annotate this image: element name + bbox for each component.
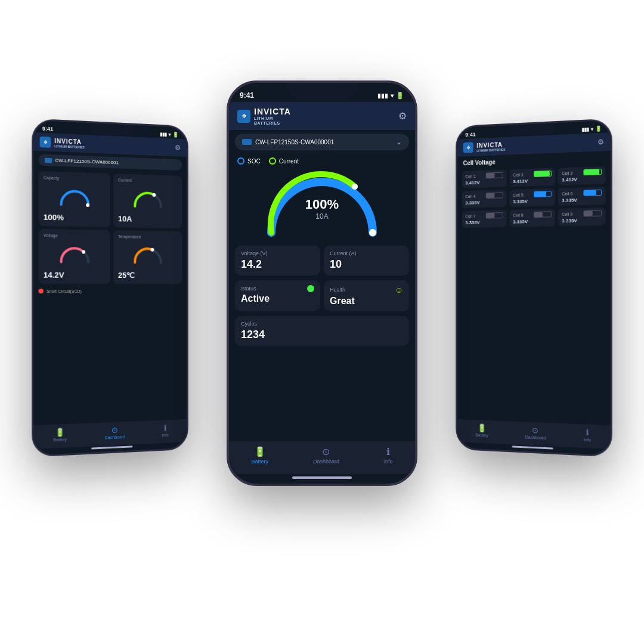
soc-legend-label: SOC <box>247 158 261 165</box>
status-active-indicator <box>307 285 314 292</box>
current-dot <box>269 157 276 165</box>
right-settings-icon[interactable]: ⚙ <box>597 138 604 147</box>
voltage-card-center: Voltage (V) 14.2 <box>235 246 320 275</box>
temp-value: 25℃ <box>118 271 178 280</box>
cell-4: Cell 4 3.335V <box>462 190 507 208</box>
cell-7: Cell 7 3.335V <box>462 210 507 228</box>
cycles-label: Cycles <box>241 321 403 327</box>
chevron-down-icon: ⌄ <box>396 138 402 146</box>
cell-5: Cell 5 3.335V <box>509 188 555 207</box>
health-smiley-icon: ☺ <box>395 285 403 295</box>
svg-point-1 <box>153 193 156 196</box>
voltage-label-center: Voltage (V) <box>241 250 314 256</box>
cell-8: Cell 8 3.335V <box>509 209 555 227</box>
left-nav-dashboard[interactable]: ⊙ Dashboard <box>105 425 125 439</box>
scene: 9:41 ▮▮▮ ▾ 🔋 ❖ INVICTA LITHIUM BATTERIES… <box>0 0 644 644</box>
right-nav-info[interactable]: ℹ info <box>584 428 591 442</box>
center-device-selector[interactable]: CW-LFP12150S-CWA000001 ⌄ <box>235 134 409 150</box>
current-legend-label: Current <box>279 158 299 165</box>
soc-dot <box>237 157 244 165</box>
temp-label: Temperature <box>118 234 178 239</box>
center-nav-info[interactable]: ℹ info <box>384 446 393 465</box>
voltage-value-left: 14.2V <box>44 270 106 280</box>
current-legend: Current <box>269 157 299 165</box>
capacity-value: 100% <box>44 213 106 223</box>
right-time: 9:41 <box>465 131 475 138</box>
cycles-value: 1234 <box>241 329 403 341</box>
left-nav-info[interactable]: ℹ info <box>162 423 169 437</box>
cell-9: Cell 9 3.335V <box>558 208 605 226</box>
voltage-value-center: 14.2 <box>241 258 314 271</box>
cell-6: Cell 6 3.335V <box>558 187 605 206</box>
status-label: Status <box>241 286 256 292</box>
main-gauge: 100% 10A <box>237 168 407 240</box>
alert-dot <box>39 289 44 293</box>
voltage-card-left: Voltage 14.2V <box>39 229 110 284</box>
svg-point-2 <box>82 250 85 253</box>
current-label-center: Current (A) <box>330 250 403 256</box>
right-nav-battery[interactable]: 🔋 Battery <box>475 423 488 438</box>
center-nav-dashboard[interactable]: ⊙ Dashboard <box>313 446 339 465</box>
center-time: 9:41 <box>240 91 254 100</box>
current-value-left: 10A <box>118 214 178 224</box>
right-phone: 9:41 ▮▮▮ ▾ 🔋 ❖ INVICTA LITHIUM BATTERIES… <box>456 118 612 457</box>
current-value-center: 10 <box>330 258 403 271</box>
left-device-selector[interactable]: CW-LFP12150S-CWA000001 <box>39 154 182 171</box>
capacity-card: Capacty 100% <box>39 171 110 227</box>
cell-2: Cell 2 3.412V <box>509 168 555 187</box>
health-value: Great <box>330 296 403 306</box>
current-card-center: Current (A) 10 <box>324 246 409 275</box>
health-label: Health <box>330 287 345 293</box>
center-device-id: CW-LFP12150S-CWA000001 <box>255 139 334 145</box>
center-phone: 9:41 ▮▮▮ ▾ 🔋 ❖ INVICTA LITHIUMBATTERIES … <box>227 80 417 486</box>
status-value: Active <box>241 293 314 304</box>
gauge-percent: 100% <box>305 197 339 212</box>
left-settings-icon[interactable]: ⚙ <box>175 144 181 152</box>
left-nav-battery[interactable]: 🔋 Battery <box>53 428 67 442</box>
gauge-amps: 10A <box>305 212 339 221</box>
cell-3: Cell 3 3.412V <box>558 166 605 185</box>
soc-legend: SOC <box>237 157 261 165</box>
svg-point-4 <box>369 229 376 236</box>
center-logo-sub: LITHIUMBATTERIES <box>254 116 291 125</box>
health-card: Health ☺ Great <box>324 280 409 311</box>
center-logo-name: INVICTA <box>254 107 291 116</box>
cell-1: Cell 1 3.412V <box>462 170 507 188</box>
left-phone: 9:41 ▮▮▮ ▾ 🔋 ❖ INVICTA LITHIUM BATTERIES… <box>32 118 188 457</box>
cycles-card: Cycles 1234 <box>235 316 409 346</box>
right-logo-sub: LITHIUM BATTERIES <box>476 147 505 152</box>
cell-voltage-grid: Cell 1 3.412V Cell 2 3.412V Cell 3 <box>457 165 611 229</box>
center-settings-icon[interactable]: ⚙ <box>398 110 407 122</box>
svg-point-5 <box>352 184 358 190</box>
left-device-id: CW-LFP12150S-CWA000001 <box>55 157 118 165</box>
center-nav-battery[interactable]: 🔋 Battery <box>251 446 268 465</box>
temp-card: Temperature 25℃ <box>113 230 182 284</box>
left-time: 9:41 <box>42 126 54 132</box>
short-circuit-alert: Short Circuit(SCD) <box>33 286 187 296</box>
status-card: Status Active <box>235 280 320 311</box>
current-card-left: Current 10A <box>113 174 182 228</box>
voltage-label-left: Voltage <box>44 233 106 239</box>
right-nav-dashboard[interactable]: ⊙ Dashboard <box>525 426 546 440</box>
